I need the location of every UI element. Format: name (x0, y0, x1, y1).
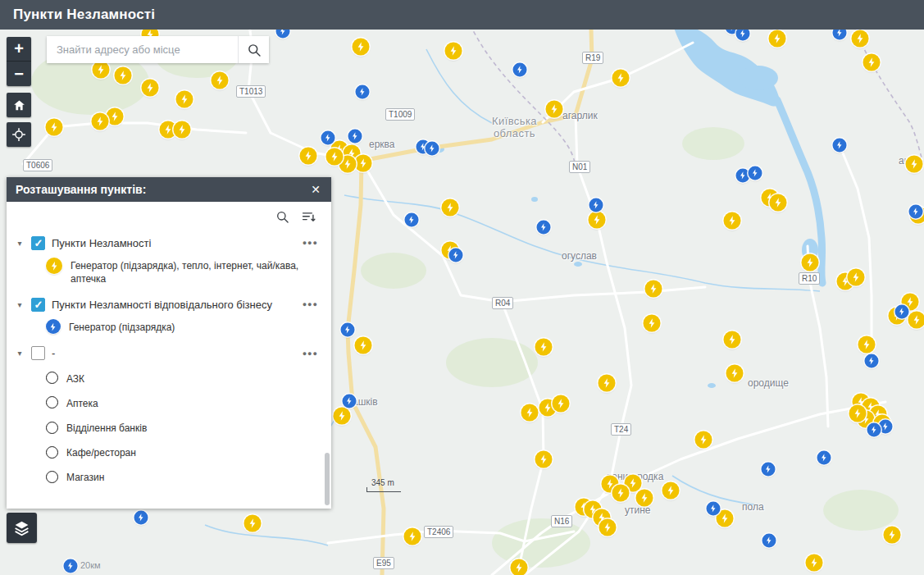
yellow-map-marker[interactable] (442, 199, 459, 217)
yellow-map-marker[interactable] (93, 62, 110, 79)
blue-map-marker[interactable] (895, 305, 909, 319)
yellow-map-marker[interactable] (535, 451, 553, 468)
blue-map-marker[interactable] (707, 502, 721, 516)
blue-map-marker[interactable] (762, 534, 776, 548)
yellow-map-marker[interactable] (612, 485, 630, 502)
yellow-map-marker[interactable] (848, 269, 865, 286)
blue-map-marker[interactable] (909, 205, 923, 219)
blue-map-marker[interactable] (321, 131, 335, 145)
yellow-map-marker[interactable] (355, 337, 372, 354)
legend-search-button[interactable] (275, 210, 289, 224)
yellow-map-marker[interactable] (445, 43, 462, 60)
yellow-map-marker[interactable] (334, 408, 351, 425)
yellow-map-marker[interactable] (355, 155, 372, 172)
yellow-map-marker[interactable] (511, 559, 528, 575)
yellow-map-marker[interactable] (92, 113, 109, 130)
yellow-map-marker[interactable] (326, 148, 344, 166)
blue-map-marker[interactable] (749, 167, 762, 180)
more-options-icon[interactable]: ●●● (301, 239, 320, 247)
yellow-map-marker[interactable] (726, 365, 744, 382)
yellow-map-marker[interactable] (695, 431, 712, 449)
yellow-map-marker[interactable] (300, 148, 317, 165)
caret-down-icon[interactable]: ▾ (15, 239, 25, 248)
blue-map-marker[interactable] (356, 85, 370, 99)
yellow-map-marker[interactable] (852, 30, 869, 48)
layer-checkbox[interactable] (31, 236, 45, 250)
blue-map-marker[interactable] (348, 130, 362, 144)
blue-map-marker[interactable] (64, 559, 78, 573)
yellow-map-marker[interactable] (724, 212, 741, 230)
yellow-map-marker[interactable] (599, 375, 616, 392)
yellow-map-marker[interactable] (176, 91, 193, 108)
yellow-map-marker[interactable] (535, 339, 553, 356)
yellow-map-marker[interactable] (770, 194, 787, 212)
layer-row-dash[interactable]: ▾ - ●●● (15, 341, 320, 366)
yellow-map-marker[interactable] (353, 39, 370, 56)
layer-row-punkty-biznesu[interactable]: ▾ Пункти Незламності відповідального біз… (15, 292, 320, 317)
yellow-map-marker[interactable] (142, 80, 159, 97)
yellow-map-marker[interactable] (546, 101, 563, 118)
yellow-map-marker[interactable] (908, 312, 924, 329)
blue-map-marker[interactable] (867, 423, 881, 437)
yellow-map-marker[interactable] (858, 336, 876, 354)
basemap-layers-button[interactable] (7, 513, 37, 543)
yellow-map-marker[interactable] (769, 30, 786, 48)
yellow-map-marker[interactable] (212, 72, 229, 89)
yellow-map-marker[interactable] (724, 331, 741, 349)
blue-map-marker[interactable] (817, 451, 831, 465)
yellow-map-marker[interactable] (521, 404, 539, 422)
blue-map-marker[interactable] (537, 221, 551, 235)
blue-map-marker[interactable] (134, 511, 148, 525)
close-icon[interactable]: ✕ (309, 182, 322, 197)
yellow-map-marker[interactable] (115, 67, 132, 84)
yellow-map-marker[interactable] (404, 528, 421, 545)
blue-map-marker[interactable] (343, 395, 357, 408)
yellow-map-marker[interactable] (553, 395, 570, 413)
zoom-in-button[interactable]: + (7, 37, 31, 62)
legend-item-generator-full: Генератор (підзарядка), тепло, інтернет,… (15, 255, 320, 292)
yellow-map-marker[interactable] (644, 315, 661, 332)
yellow-map-marker[interactable] (849, 405, 867, 422)
legend-sort-filter-button[interactable] (301, 210, 316, 224)
locate-button[interactable] (7, 122, 31, 147)
search-input[interactable] (47, 36, 238, 63)
blue-map-marker[interactable] (762, 463, 776, 477)
yellow-map-marker[interactable] (645, 281, 662, 298)
yellow-map-marker[interactable] (863, 54, 881, 71)
yellow-map-marker[interactable] (806, 554, 823, 572)
blue-map-marker[interactable] (405, 213, 419, 227)
yellow-map-marker[interactable] (612, 70, 630, 87)
scrollbar-thumb[interactable] (325, 453, 330, 505)
yellow-map-marker[interactable] (46, 119, 63, 136)
yellow-map-marker[interactable] (107, 108, 124, 125)
more-options-icon[interactable]: ●●● (301, 300, 320, 308)
blue-map-marker[interactable] (865, 354, 879, 368)
layer-checkbox[interactable] (31, 298, 45, 312)
search-icon (247, 43, 262, 57)
yellow-map-marker[interactable] (589, 212, 606, 229)
search-icon (275, 210, 289, 224)
layer-checkbox[interactable] (31, 346, 45, 360)
zoom-out-button[interactable]: − (7, 62, 31, 86)
search-button[interactable] (238, 36, 269, 63)
layer-row-punkty-nezlamnosti[interactable]: ▾ Пункти Незламності ●●● (15, 230, 320, 255)
more-options-icon[interactable]: ●●● (301, 349, 320, 358)
blue-map-marker[interactable] (513, 63, 527, 77)
yellow-map-marker[interactable] (636, 490, 653, 507)
caret-down-icon[interactable]: ▾ (15, 300, 25, 309)
blue-map-marker[interactable] (426, 142, 439, 156)
caret-down-icon[interactable]: ▾ (15, 349, 25, 358)
yellow-map-marker[interactable] (662, 482, 680, 500)
blue-map-marker[interactable] (449, 249, 463, 262)
yellow-map-marker[interactable] (244, 515, 262, 532)
yellow-map-marker[interactable] (906, 156, 923, 173)
yellow-map-marker[interactable] (174, 121, 191, 139)
blue-map-marker[interactable] (341, 323, 355, 337)
yellow-map-marker[interactable] (884, 527, 901, 544)
yellow-map-marker[interactable] (599, 519, 617, 536)
home-button[interactable] (7, 93, 31, 117)
blue-map-marker[interactable] (833, 139, 847, 153)
blue-map-marker[interactable] (589, 199, 603, 212)
yellow-map-marker[interactable] (802, 254, 819, 272)
panel-scrollbar[interactable] (325, 235, 330, 505)
